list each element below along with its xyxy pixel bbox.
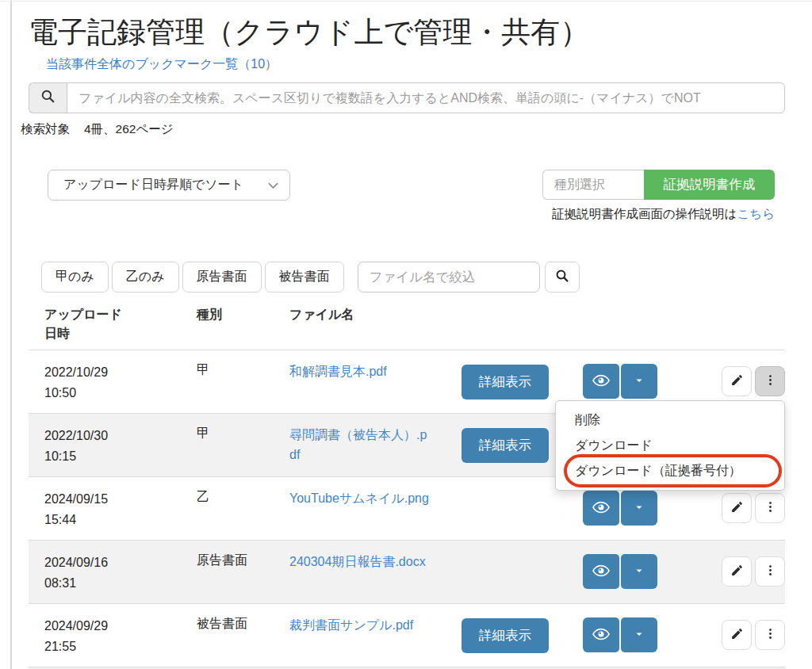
kebab-menu-icon <box>764 627 777 643</box>
page-title: 電子記録管理（クラウド上で管理・共有） <box>29 14 785 51</box>
filter-button-plaintiff-docs[interactable]: 原告書面 <box>182 262 262 292</box>
kebab-menu-icon <box>764 373 777 389</box>
kebab-menu-icon <box>764 500 777 516</box>
caret-down-icon <box>634 503 644 514</box>
bookmark-list-link[interactable]: 当該事件全体のブックマーク一覧（10） <box>46 56 278 73</box>
column-header-upload-datetime: アップロード日時 <box>44 305 197 343</box>
edit-button[interactable] <box>722 493 752 523</box>
evidence-help-text: 証拠説明書作成画面の操作説明は <box>552 207 737 220</box>
cell-type: 原告書面 <box>197 541 289 569</box>
sort-select-value: アップロード日時昇順でソート <box>63 177 243 193</box>
more-button[interactable] <box>755 556 785 587</box>
cell-filename: 裁判書面サンプル.pdf <box>289 604 462 636</box>
search-icon <box>40 89 56 107</box>
evidence-help-line: 証拠説明書作成画面の操作説明はこちら <box>552 206 775 223</box>
type-create-group: 証拠説明書作成 <box>542 170 775 200</box>
preview-options-button[interactable] <box>621 554 657 589</box>
more-button[interactable] <box>755 620 785 650</box>
cell-filename: 240304期日報告書.docx <box>289 541 462 572</box>
detail-button[interactable]: 詳細表示 <box>462 618 549 653</box>
file-link[interactable]: 裁判書面サンプル.pdf <box>289 616 413 636</box>
filter-button-defendant-docs[interactable]: 被告書面 <box>265 262 344 292</box>
context-menu-item[interactable]: ダウンロード（証拠番号付） <box>556 458 784 484</box>
edit-button[interactable] <box>722 556 752 587</box>
search-scope-value: 4冊、262ページ <box>84 121 174 138</box>
toolbar: アップロード日時昇順でソート 証拠説明書作成 証拠説明書作成画面の操作説明はこち… <box>29 170 785 223</box>
search-scope-label: 検索対象 <box>21 121 70 138</box>
edit-button[interactable] <box>722 366 752 396</box>
file-link[interactable]: 尋問調書（被告本人）.pdf <box>289 426 434 465</box>
preview-options-button[interactable] <box>621 617 657 652</box>
filter-button-kou-only[interactable]: 甲のみ <box>41 262 109 292</box>
preview-button[interactable] <box>583 554 619 589</box>
edit-button[interactable] <box>722 620 752 650</box>
search-icon <box>555 269 569 285</box>
preview-button[interactable] <box>583 617 619 652</box>
file-link[interactable]: YouTubeサムネイル.png <box>289 489 429 509</box>
cell-upload-datetime: 2024/09/29 21:55 <box>44 604 197 656</box>
sort-select[interactable]: アップロード日時昇順でソート <box>48 170 290 201</box>
cell-type: 甲 <box>197 350 289 379</box>
search-scope: 検索対象 4冊、262ページ <box>21 121 785 138</box>
cell-upload-datetime: 2024/09/15 15:44 <box>44 477 197 529</box>
filter-row: 甲のみ 乙のみ 原告書面 被告書面 <box>41 262 785 292</box>
filename-filter-input[interactable] <box>358 262 540 292</box>
caret-down-icon <box>634 376 644 388</box>
table-row: 2024/09/29 21:55 被告書面 裁判書面サンプル.pdf 詳細表示 <box>29 604 785 667</box>
column-header-filename: ファイル名 <box>289 305 462 343</box>
caret-down-icon <box>634 566 644 578</box>
pencil-icon <box>730 500 744 516</box>
filename-search-button[interactable] <box>545 262 580 292</box>
toolbar-right: 証拠説明書作成 証拠説明書作成画面の操作説明はこちら <box>542 170 775 223</box>
cell-upload-datetime: 2022/10/29 10:50 <box>44 350 197 403</box>
column-header-type: 種別 <box>197 305 289 343</box>
preview-options-button[interactable] <box>621 364 657 399</box>
file-link[interactable]: 240304期日報告書.docx <box>289 552 426 572</box>
pencil-icon <box>730 627 744 643</box>
evidence-help-link[interactable]: こちら <box>737 207 775 220</box>
eye-icon <box>592 371 611 392</box>
cell-type: 被告書面 <box>197 604 289 633</box>
chevron-down-icon <box>268 178 278 193</box>
table-body: 2022/10/29 10:50 甲 和解調書見本.pdf 詳細表示 <box>29 350 785 667</box>
detail-button[interactable]: 詳細表示 <box>462 365 549 399</box>
cell-filename: 和解調書見本.pdf <box>289 350 462 382</box>
electronic-records-page: 電子記録管理（クラウド上で管理・共有） 当該事件全体のブックマーク一覧（10） … <box>0 0 812 669</box>
cell-upload-datetime: 2022/10/30 10:15 <box>44 414 197 466</box>
detail-button[interactable]: 詳細表示 <box>462 428 549 463</box>
context-menu-item[interactable]: 削除 <box>556 407 784 433</box>
cell-type: 甲 <box>197 414 289 442</box>
fulltext-search-input[interactable] <box>67 82 785 113</box>
file-link[interactable]: 和解調書見本.pdf <box>289 362 387 382</box>
preview-options-button[interactable] <box>621 491 657 526</box>
context-menu-item[interactable]: ダウンロード <box>556 433 784 458</box>
create-evidence-list-button[interactable]: 証拠説明書作成 <box>644 170 775 200</box>
preview-button[interactable] <box>583 364 619 399</box>
preview-button[interactable] <box>583 491 619 526</box>
kebab-menu-icon <box>764 564 777 579</box>
fulltext-search-group <box>29 82 785 113</box>
more-button[interactable] <box>755 366 785 396</box>
caret-down-icon <box>634 629 644 641</box>
fulltext-search-button[interactable] <box>29 82 67 113</box>
table-header-row: アップロード日時 種別 ファイル名 <box>29 305 785 350</box>
more-button[interactable] <box>755 493 785 523</box>
cell-type: 乙 <box>197 477 289 506</box>
cell-upload-datetime: 2024/09/16 08:31 <box>44 541 197 593</box>
filter-button-otsu-only[interactable]: 乙のみ <box>112 262 179 292</box>
pencil-icon <box>730 373 744 389</box>
table-row: 2024/09/16 08:31 原告書面 240304期日報告書.docx 詳… <box>29 541 785 604</box>
eye-icon <box>592 498 611 519</box>
type-select-input[interactable] <box>542 170 644 200</box>
eye-icon <box>592 625 611 646</box>
eye-icon <box>592 561 611 583</box>
cell-filename: YouTubeサムネイル.png <box>289 477 462 509</box>
pencil-icon <box>730 564 744 579</box>
row-context-menu: 削除 ダウンロード ダウンロード（証拠番号付） <box>555 400 785 491</box>
cell-filename: 尋問調書（被告本人）.pdf <box>289 414 462 465</box>
